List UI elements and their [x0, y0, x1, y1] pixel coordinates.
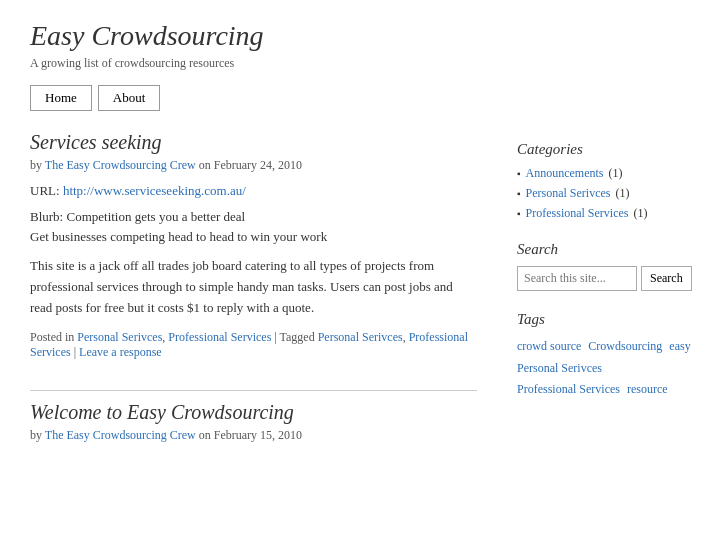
- post-1-footer: Posted in Personal Serivces, Professiona…: [30, 330, 477, 360]
- sidebar-categories-title: Categories: [517, 141, 697, 158]
- post-1-cat-1[interactable]: Personal Serivces: [77, 330, 162, 344]
- post-1: Services seeking by The Easy Crowdsourci…: [30, 131, 477, 360]
- post-2-author-link[interactable]: The Easy Crowdsourcing Crew: [45, 428, 196, 442]
- layout: Services seeking by The Easy Crowdsourci…: [30, 131, 697, 473]
- nav-about-button[interactable]: About: [98, 85, 161, 111]
- post-1-cat-2[interactable]: Professional Services: [168, 330, 271, 344]
- sidebar-category-1-link[interactable]: Announcements: [526, 166, 604, 181]
- sidebar-categories-list: Announcements (1) Personal Serivces (1) …: [517, 166, 697, 221]
- sidebar-search: Search Search: [517, 241, 697, 291]
- post-1-date: on February 24, 2010: [199, 158, 302, 172]
- post-1-title: Services seeking: [30, 131, 477, 154]
- search-area: Search: [517, 266, 697, 291]
- tag-crowdsourcing[interactable]: Crowdsourcing: [588, 339, 662, 353]
- post-1-posted-in-label: Posted in: [30, 330, 77, 344]
- sidebar-tags-title: Tags: [517, 311, 697, 328]
- tag-resource[interactable]: resource: [627, 382, 668, 396]
- post-1-leave-response[interactable]: Leave a response: [79, 345, 162, 359]
- post-2: Welcome to Easy Crowdsourcing by The Eas…: [30, 401, 477, 443]
- post-1-url-label: URL:: [30, 183, 60, 198]
- sidebar-categories: Categories Announcements (1) Personal Se…: [517, 141, 697, 221]
- post-1-blurb: Blurb: Competition gets you a better dea…: [30, 207, 477, 246]
- site-title: Easy Crowdsourcing: [30, 20, 697, 52]
- post-1-author-link[interactable]: The Easy Crowdsourcing Crew: [45, 158, 196, 172]
- nav: Home About: [30, 85, 697, 111]
- post-1-meta: by The Easy Crowdsourcing Crew on Februa…: [30, 158, 477, 173]
- sidebar-category-1-count: (1): [609, 166, 623, 181]
- main-content: Services seeking by The Easy Crowdsourci…: [30, 131, 477, 473]
- sidebar: Categories Announcements (1) Personal Se…: [517, 131, 697, 473]
- post-1-url-link[interactable]: http://www.serviceseeking.com.au/: [63, 183, 246, 198]
- sidebar-category-2-link[interactable]: Personal Serivces: [526, 186, 611, 201]
- tag-crowd-source[interactable]: crowd source: [517, 339, 581, 353]
- post-2-meta: by The Easy Crowdsourcing Crew on Februa…: [30, 428, 477, 443]
- post-1-body: This site is a jack off all trades job b…: [30, 256, 477, 318]
- post-1-blurb-line1: Blurb: Competition gets you a better dea…: [30, 209, 245, 224]
- post-2-title: Welcome to Easy Crowdsourcing: [30, 401, 477, 424]
- post-divider: [30, 390, 477, 391]
- sidebar-category-2-count: (1): [616, 186, 630, 201]
- sidebar-category-3-link[interactable]: Professional Services: [526, 206, 629, 221]
- sidebar-category-1: Announcements (1): [517, 166, 697, 181]
- sidebar-category-3-count: (1): [634, 206, 648, 221]
- tag-personal-serivces[interactable]: Personal Serivces: [517, 361, 602, 375]
- tag-easy[interactable]: easy: [669, 339, 690, 353]
- sidebar-category-2: Personal Serivces (1): [517, 186, 697, 201]
- tags-area: crowd source Crowdsourcing easy Personal…: [517, 336, 697, 401]
- post-2-date: on February 15, 2010: [199, 428, 302, 442]
- tag-professional-services[interactable]: Professional Services: [517, 382, 620, 396]
- post-1-by: by: [30, 158, 42, 172]
- sidebar-tags: Tags crowd source Crowdsourcing easy Per…: [517, 311, 697, 401]
- search-button[interactable]: Search: [641, 266, 692, 291]
- post-1-blurb-line2: Get businesses competing head to head to…: [30, 229, 327, 244]
- sidebar-search-title: Search: [517, 241, 697, 258]
- sidebar-category-3: Professional Services (1): [517, 206, 697, 221]
- site-header: Easy Crowdsourcing A growing list of cro…: [30, 20, 697, 71]
- post-2-by: by: [30, 428, 42, 442]
- site-tagline: A growing list of crowdsourcing resource…: [30, 56, 697, 71]
- post-1-tag-1[interactable]: Personal Serivces: [318, 330, 403, 344]
- post-1-url-line: URL: http://www.serviceseeking.com.au/: [30, 183, 477, 199]
- nav-home-button[interactable]: Home: [30, 85, 92, 111]
- search-input[interactable]: [517, 266, 637, 291]
